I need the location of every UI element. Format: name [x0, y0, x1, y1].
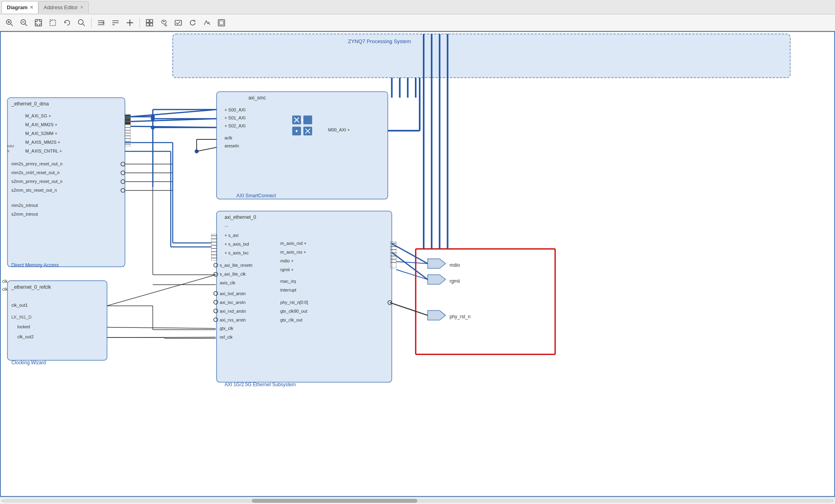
svg-text:s_axi_lite_resetn: s_axi_lite_resetn: [220, 263, 253, 268]
auto-connect-button[interactable]: [95, 16, 108, 29]
svg-text:+ s_axis_txd: + s_axis_txd: [225, 242, 249, 246]
run-bd-automation-button[interactable]: [143, 16, 156, 29]
svg-rect-7: [35, 20, 42, 26]
svg-text:+ s_axi: + s_axi: [225, 233, 239, 238]
svg-text:clk_out2: clk_out2: [17, 334, 34, 339]
scrollbar-track[interactable]: [3, 499, 832, 503]
svg-text:AXI SmartConnect: AXI SmartConnect: [237, 193, 277, 198]
svg-rect-32: [175, 20, 181, 25]
svg-rect-28: [146, 20, 149, 22]
svg-text:M_AXI_SG +: M_AXI_SG +: [25, 113, 51, 118]
tab-diagram[interactable]: Diagram ×: [2, 1, 38, 13]
search-button[interactable]: [75, 16, 88, 29]
svg-point-19: [78, 20, 83, 24]
svg-text:phy_rst_n[0:0]: phy_rst_n[0:0]: [280, 300, 308, 305]
svg-text:s_axi_lite_clk: s_axi_lite_clk: [220, 272, 246, 276]
svg-text:M_AXIS_MM2S +: M_AXIS_MM2S +: [25, 140, 60, 145]
svg-text:axi_rxd_arstn: axi_rxd_arstn: [220, 309, 246, 314]
zoom-out-button[interactable]: [18, 16, 30, 29]
svg-text:AXI 1G/2.5G Ethernet Subsystem: AXI 1G/2.5G Ethernet Subsystem: [225, 382, 296, 387]
svg-text:locked: locked: [17, 324, 30, 329]
svg-text:gtx_clk: gtx_clk: [220, 326, 234, 331]
svg-rect-126: [125, 118, 131, 121]
diagram-canvas[interactable]: ZYNQ7 Processing System axi_smc + S00_AX…: [0, 31, 835, 497]
svg-text:_ethernet_0_refclk: _ethernet_0_refclk: [11, 284, 51, 290]
horizontal-scrollbar[interactable]: ‹ ›: [0, 497, 835, 504]
svg-text:Clocking Wizard: Clocking Wizard: [11, 360, 46, 365]
svg-text:s2mm_prmry_reset_out_n: s2mm_prmry_reset_out_n: [11, 179, 62, 184]
svg-text:mac_irq: mac_irq: [280, 279, 296, 284]
tab-diagram-close[interactable]: ×: [30, 4, 33, 10]
svg-text:M00_AXI +: M00_AXI +: [328, 127, 350, 132]
svg-text:axi_smc: axi_smc: [248, 95, 266, 101]
svg-text:+ S00_AXI: + S00_AXI: [225, 107, 246, 112]
zoom-in-button[interactable]: [3, 16, 16, 29]
svg-text:axi_txc_arstn: axi_txc_arstn: [220, 300, 246, 305]
scroll-right-indicator: ›: [832, 498, 833, 503]
svg-rect-47: [303, 115, 312, 124]
diagram-svg: ZYNQ7 Processing System axi_smc + S00_AX…: [1, 32, 834, 496]
svg-text:phy_rst_n: phy_rst_n: [450, 314, 470, 319]
add-ip-button[interactable]: [124, 16, 136, 29]
svg-rect-16: [50, 20, 56, 26]
designer-assistance-button[interactable]: [109, 16, 122, 29]
svg-rect-31: [150, 23, 153, 26]
svg-text:ref_clk: ref_clk: [220, 335, 233, 339]
svg-text:MM: MM: [8, 144, 14, 148]
svg-text:+ S01_AXI: + S01_AXI: [225, 115, 246, 120]
tab-address-editor-label: Address Editor: [44, 4, 78, 10]
svg-rect-34: [219, 21, 223, 25]
svg-text:M_AXIS_CNTRL +: M_AXIS_CNTRL +: [25, 149, 62, 153]
svg-text:mm2s_introut: mm2s_introut: [11, 203, 38, 208]
svg-text:...: ...: [225, 222, 229, 228]
svg-rect-35: [2, 32, 834, 496]
tab-address-editor[interactable]: Address Editor ×: [38, 1, 88, 13]
svg-text:axi_txd_arstn: axi_txd_arstn: [220, 291, 246, 296]
svg-rect-79: [217, 211, 392, 382]
svg-text:s2mm_introut: s2mm_introut: [11, 212, 38, 216]
svg-text:clk: clk: [2, 287, 8, 292]
svg-text:_ethernet_0_dma: _ethernet_0_dma: [11, 101, 49, 107]
svg-text:rgmii +: rgmii +: [280, 267, 293, 272]
svg-text:LK_IN1_D: LK_IN1_D: [11, 315, 32, 319]
toolbar: [0, 14, 835, 31]
svg-text:mm2s_cntrl_reset_out_n: mm2s_cntrl_reset_out_n: [11, 170, 60, 175]
svg-text:+ s_axis_txc: + s_axis_txc: [225, 250, 249, 255]
svg-text:m_axis_rxs +: m_axis_rxs +: [280, 250, 306, 254]
board-button[interactable]: [215, 16, 228, 29]
svg-text:aclk: aclk: [225, 135, 233, 140]
svg-text:gtx_clk_out: gtx_clk_out: [280, 317, 302, 322]
svg-rect-36: [173, 34, 790, 78]
svg-text:aresetn: aresetn: [225, 143, 239, 148]
svg-rect-110: [8, 281, 107, 360]
svg-rect-128: [125, 122, 131, 124]
svg-text:mdio +: mdio +: [280, 258, 293, 263]
tab-bar: Diagram × Address Editor ×: [0, 0, 835, 14]
wrench-button[interactable]: [157, 16, 170, 29]
validate-button[interactable]: [172, 16, 185, 29]
tab-address-editor-close[interactable]: ×: [80, 4, 83, 10]
svg-point-184: [151, 125, 155, 129]
refresh-button[interactable]: [186, 16, 199, 29]
fit-selection-button[interactable]: [46, 16, 59, 29]
svg-text:interrupt: interrupt: [280, 288, 296, 292]
undo-button[interactable]: [61, 16, 74, 29]
svg-text:gtx_clk90_out: gtx_clk90_out: [280, 309, 307, 314]
separator-1: [91, 18, 92, 28]
svg-text:s: s: [8, 149, 10, 153]
svg-text:m_axis_rxd +: m_axis_rxd +: [280, 241, 306, 246]
svg-rect-30: [146, 23, 149, 26]
svg-text:mm2s_prmry_reset_out_n: mm2s_prmry_reset_out_n: [11, 161, 62, 166]
svg-text:Direct Memory Access: Direct Memory Access: [11, 262, 59, 268]
svg-text:+ S02_AXI: + S02_AXI: [225, 123, 246, 128]
svg-text:axi_rxs_arstn: axi_rxs_arstn: [220, 317, 246, 322]
svg-text:M_AXI_MM2S +: M_AXI_MM2S +: [25, 122, 57, 127]
svg-text:axis_clk: axis_clk: [220, 280, 235, 285]
scrollbar-thumb[interactable]: [252, 499, 418, 503]
svg-text:rgmii: rgmii: [450, 278, 460, 284]
generate-button[interactable]: [201, 16, 213, 29]
svg-point-183: [151, 117, 155, 121]
fit-window-button[interactable]: [32, 16, 45, 29]
svg-line-1: [11, 24, 13, 26]
svg-text:mdio: mdio: [450, 262, 460, 268]
